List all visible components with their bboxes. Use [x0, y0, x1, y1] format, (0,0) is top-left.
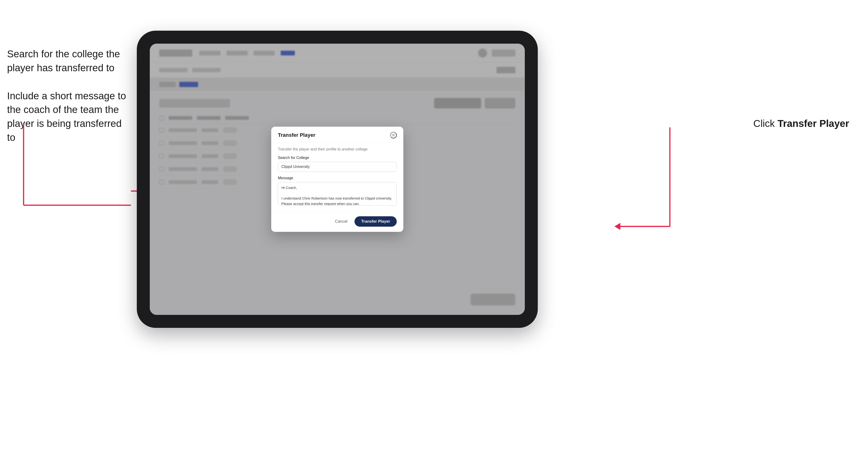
annotation-search-text: Search for the college the player has tr…	[7, 47, 130, 75]
modal-close-button[interactable]: ×	[390, 132, 397, 138]
message-label: Message	[278, 176, 397, 180]
modal-footer: Cancel Transfer Player	[271, 212, 403, 232]
modal-description: Transfer the player and their profile to…	[278, 147, 397, 151]
cancel-button[interactable]: Cancel	[331, 217, 351, 226]
transfer-player-modal: Transfer Player × Transfer the player an…	[271, 127, 403, 232]
annotation-left: Search for the college the player has tr…	[7, 47, 130, 159]
transfer-player-button[interactable]: Transfer Player	[354, 216, 397, 227]
tablet-device: Transfer Player × Transfer the player an…	[137, 31, 538, 328]
modal-header: Transfer Player ×	[271, 127, 403, 143]
modal-overlay: Transfer Player × Transfer the player an…	[150, 44, 525, 315]
annotation-click-text: Click	[753, 118, 778, 129]
annotation-transfer-bold: Transfer Player	[777, 118, 849, 129]
search-for-college-input[interactable]	[278, 162, 397, 172]
svg-marker-3	[614, 223, 620, 230]
annotation-right: Click Transfer Player	[753, 118, 849, 129]
modal-body: Transfer the player and their profile to…	[271, 143, 403, 212]
modal-title: Transfer Player	[278, 132, 315, 138]
annotation-message-text: Include a short message to the coach of …	[7, 89, 130, 145]
tablet-screen: Transfer Player × Transfer the player an…	[150, 44, 525, 315]
search-for-college-label: Search for College	[278, 156, 397, 160]
message-textarea[interactable]	[278, 182, 397, 206]
